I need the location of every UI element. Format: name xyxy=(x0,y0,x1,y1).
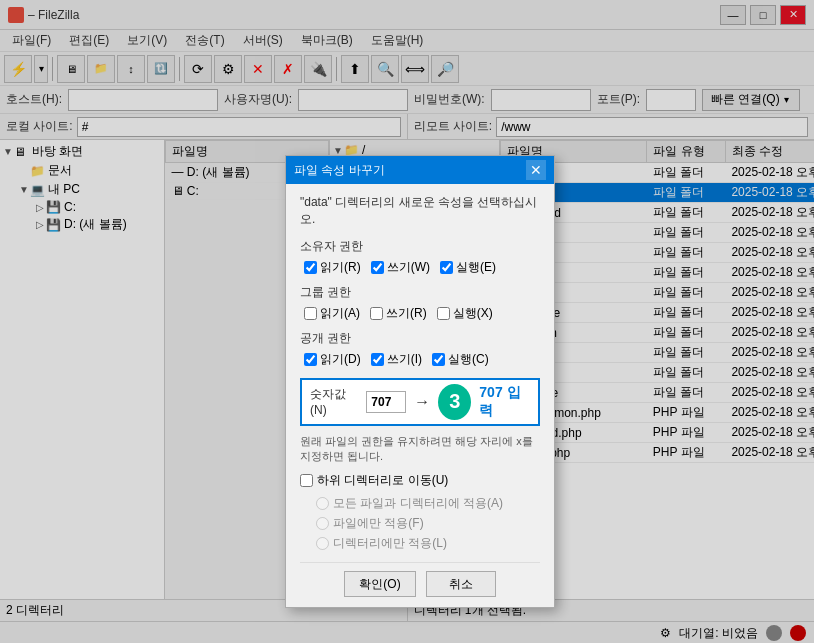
public-label: 공개 권한 xyxy=(300,330,540,347)
radio-all-label: 모든 파일과 디렉터리에 적용(A) xyxy=(333,495,503,512)
modal-body: "data" 디렉터리의 새로운 속성을 선택하십시오. 소유자 권한 읽기(R… xyxy=(286,184,554,607)
group-write-label: 쓰기(R) xyxy=(386,305,427,322)
owner-exec-checkbox[interactable] xyxy=(440,261,453,274)
group-read-checkbox[interactable] xyxy=(304,307,317,320)
numeric-label: 숫자값(N) xyxy=(310,386,358,417)
owner-read-checkbox[interactable] xyxy=(304,261,317,274)
public-perm-row: 읽기(D) 쓰기(I) 실행(C) xyxy=(300,351,540,368)
ok-button[interactable]: 확인(O) xyxy=(344,571,415,597)
arrow-icon: → xyxy=(414,393,430,411)
group-label: 그룹 권한 xyxy=(300,284,540,301)
modal-description: "data" 디렉터리의 새로운 속성을 선택하십시오. xyxy=(300,194,540,228)
public-read-checkbox[interactable] xyxy=(304,353,317,366)
modal-close-button[interactable]: ✕ xyxy=(526,160,546,180)
public-read-label: 읽기(D) xyxy=(320,351,361,368)
radio-option-dirs[interactable]: 디렉터리에만 적용(L) xyxy=(300,535,540,552)
group-permissions: 그룹 권한 읽기(A) 쓰기(R) 실행(X) xyxy=(300,284,540,322)
numeric-row: 숫자값(N) → 3 707 입력 xyxy=(300,378,540,426)
public-exec-check[interactable]: 실행(C) xyxy=(432,351,489,368)
group-write-checkbox[interactable] xyxy=(370,307,383,320)
group-perm-row: 읽기(A) 쓰기(R) 실행(X) xyxy=(300,305,540,322)
modal-overlay: 파일 속성 바꾸기 ✕ "data" 디렉터리의 새로운 속성을 선택하십시오.… xyxy=(0,0,814,643)
radio-files[interactable] xyxy=(316,517,329,530)
public-permissions: 공개 권한 읽기(D) 쓰기(I) 실행(C) xyxy=(300,330,540,368)
subdirs-label: 하위 디렉터리로 이동(U) xyxy=(317,472,448,489)
owner-write-label: 쓰기(W) xyxy=(387,259,430,276)
radio-all[interactable] xyxy=(316,497,329,510)
owner-exec-check[interactable]: 실행(E) xyxy=(440,259,496,276)
public-write-check[interactable]: 쓰기(I) xyxy=(371,351,422,368)
subdirs-row: 하위 디렉터리로 이동(U) xyxy=(300,472,540,489)
radio-dirs-label: 디렉터리에만 적용(L) xyxy=(333,535,447,552)
group-exec-checkbox[interactable] xyxy=(437,307,450,320)
subdirs-checkbox[interactable] xyxy=(300,474,313,487)
cancel-button[interactable]: 취소 xyxy=(426,571,496,597)
public-exec-label: 실행(C) xyxy=(448,351,489,368)
owner-write-checkbox[interactable] xyxy=(371,261,384,274)
note-text: 원래 파일의 권한을 유지하려면 해당 자리에 x를 지정하면 됩니다. xyxy=(300,434,540,465)
subdirs-check[interactable]: 하위 디렉터리로 이동(U) xyxy=(300,472,448,489)
radio-option-all[interactable]: 모든 파일과 디렉터리에 적용(A) xyxy=(300,495,540,512)
owner-permissions: 소유자 권한 읽기(R) 쓰기(W) 실행(E) xyxy=(300,238,540,276)
modal-titlebar: 파일 속성 바꾸기 ✕ xyxy=(286,156,554,184)
owner-read-label: 읽기(R) xyxy=(320,259,361,276)
input-hint: 707 입력 xyxy=(479,384,530,420)
group-exec-label: 실행(X) xyxy=(453,305,493,322)
modal-dialog: 파일 속성 바꾸기 ✕ "data" 디렉터리의 새로운 속성을 선택하십시오.… xyxy=(285,155,555,608)
group-exec-check[interactable]: 실행(X) xyxy=(437,305,493,322)
owner-label: 소유자 권한 xyxy=(300,238,540,255)
public-read-check[interactable]: 읽기(D) xyxy=(304,351,361,368)
owner-perm-row: 읽기(R) 쓰기(W) 실행(E) xyxy=(300,259,540,276)
public-write-label: 쓰기(I) xyxy=(387,351,422,368)
owner-exec-label: 실행(E) xyxy=(456,259,496,276)
radio-option-files[interactable]: 파일에만 적용(F) xyxy=(300,515,540,532)
public-write-checkbox[interactable] xyxy=(371,353,384,366)
public-exec-checkbox[interactable] xyxy=(432,353,445,366)
number-badge: 3 xyxy=(438,384,471,420)
group-write-check[interactable]: 쓰기(R) xyxy=(370,305,427,322)
radio-files-label: 파일에만 적용(F) xyxy=(333,515,424,532)
owner-read-check[interactable]: 읽기(R) xyxy=(304,259,361,276)
owner-write-check[interactable]: 쓰기(W) xyxy=(371,259,430,276)
group-read-label: 읽기(A) xyxy=(320,305,360,322)
numeric-input[interactable] xyxy=(366,391,406,413)
modal-title: 파일 속성 바꾸기 xyxy=(294,162,385,179)
modal-buttons: 확인(O) 취소 xyxy=(300,562,540,597)
radio-dirs[interactable] xyxy=(316,537,329,550)
group-read-check[interactable]: 읽기(A) xyxy=(304,305,360,322)
